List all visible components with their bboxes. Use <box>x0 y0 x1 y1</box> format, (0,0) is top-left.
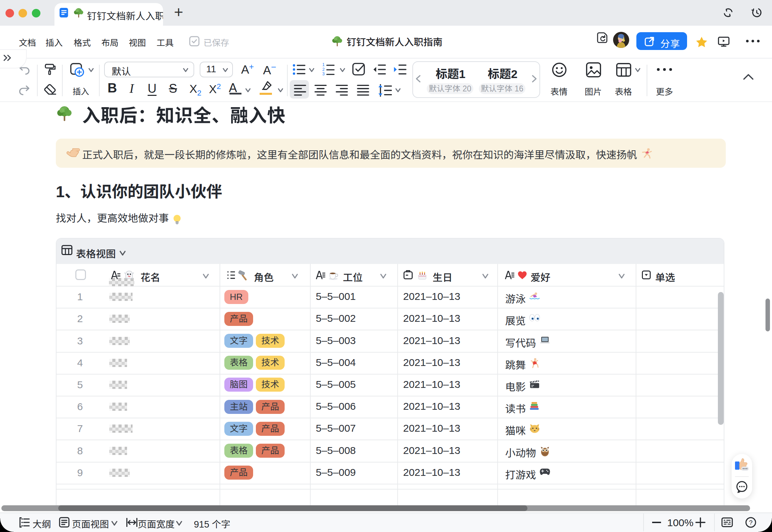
svg-text:3: 3 <box>322 72 325 76</box>
svg-text:2: 2 <box>322 67 325 72</box>
svg-text:?: ? <box>749 519 753 526</box>
svg-text:1: 1 <box>322 63 325 67</box>
